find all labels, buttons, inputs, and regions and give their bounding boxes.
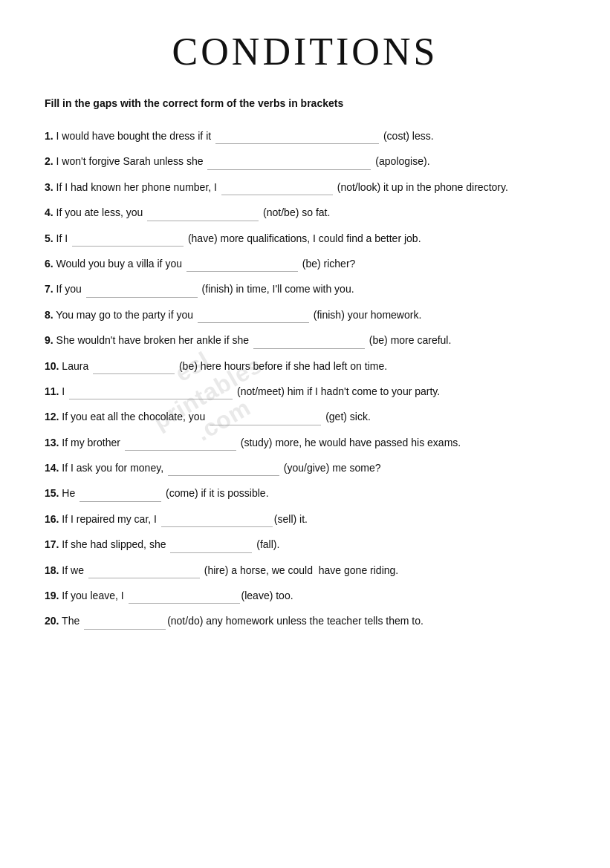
exercise-item-17: 17. If she had slipped, she (fall).: [45, 536, 565, 552]
exercise-list: 1. I would have bought the dress if it (…: [45, 128, 565, 630]
exercise-item-8: 8. You may go to the party if you (finis…: [45, 307, 565, 323]
exercise-item-7: 7. If you (finish) in time, I'll come wi…: [45, 281, 565, 297]
item-number: 2.: [45, 155, 53, 167]
exercise-item-1: 1. I would have bought the dress if it (…: [45, 128, 565, 144]
exercise-item-3: 3. If I had known her phone number, I (n…: [45, 179, 565, 195]
blank-17: [170, 543, 252, 553]
item-number: 12.: [45, 411, 59, 422]
item-number: 19.: [45, 590, 59, 601]
blank-5: [72, 236, 184, 247]
item-number: 4.: [45, 206, 53, 218]
blank-7: [86, 287, 198, 298]
exercise-item-14: 14. If I ask you for money, (you/give) m…: [45, 460, 565, 476]
item-number: 9.: [45, 334, 53, 346]
blank-10: [93, 364, 175, 374]
blank-19: [129, 593, 240, 604]
blank-15: [80, 492, 161, 502]
exercise-item-6: 6. Would you buy a villa if you (be) ric…: [45, 255, 565, 272]
item-number: 8.: [45, 309, 53, 321]
item-number: 14.: [45, 462, 59, 474]
exercise-item-16: 16. If I repaired my car, I (sell) it.: [45, 511, 565, 527]
blank-12: [210, 415, 321, 425]
item-number: 6.: [45, 258, 53, 270]
item-number: 20.: [45, 615, 59, 627]
exercise-item-10: 10. Laura (be) here hours before if she …: [45, 358, 565, 374]
blank-4: [147, 211, 259, 221]
item-number: 7.: [45, 283, 53, 295]
item-number: 10.: [45, 360, 59, 372]
blank-6: [186, 261, 298, 272]
exercise-item-13: 13. If my brother (study) more, he would…: [45, 434, 565, 451]
blank-2: [207, 160, 371, 170]
blank-9: [253, 339, 365, 349]
item-number: 3.: [45, 181, 53, 193]
item-number: 18.: [45, 564, 59, 576]
item-number: 15.: [45, 487, 59, 499]
exercise-item-15: 15. He (come) if it is possible.: [45, 485, 565, 501]
exercise-item-18: 18. If we (hire) a horse, we could have …: [45, 562, 565, 578]
exercise-item-2: 2. I won't forgive Sarah unless she (apo…: [45, 153, 565, 169]
exercise-item-19: 19. If you leave, I (leave) too.: [45, 587, 565, 604]
item-number: 1.: [45, 130, 53, 142]
instruction-text: Fill in the gaps with the correct form o…: [45, 96, 565, 111]
item-number: 13.: [45, 437, 59, 448]
item-number: 5.: [45, 232, 53, 244]
exercise-item-20: 20. The (not/do) any homework unless the…: [45, 613, 565, 629]
exercise-item-4: 4. If you ate less, you (not/be) so fat.: [45, 204, 565, 221]
exercise-item-11: 11. I (not/meet) him if I hadn't come to…: [45, 383, 565, 399]
blank-20: [84, 619, 166, 630]
blank-16: [161, 517, 273, 527]
exercise-item-9: 9. She wouldn't have broken her ankle if…: [45, 332, 565, 348]
blank-18: [88, 568, 200, 578]
blank-11: [69, 389, 233, 399]
item-number: 16.: [45, 513, 59, 525]
exercise-item-5: 5. If I (have) more qualifications, I co…: [45, 230, 565, 247]
blank-3: [221, 185, 333, 195]
blank-8: [198, 313, 309, 323]
item-number: 11.: [45, 385, 59, 397]
page-title: CONDITIONS: [45, 30, 565, 74]
blank-14: [168, 466, 279, 476]
item-number: 17.: [45, 538, 59, 550]
exercise-item-12: 12. If you eat all the chocolate, you (g…: [45, 408, 565, 425]
blank-1: [215, 134, 379, 144]
blank-13: [125, 440, 236, 451]
